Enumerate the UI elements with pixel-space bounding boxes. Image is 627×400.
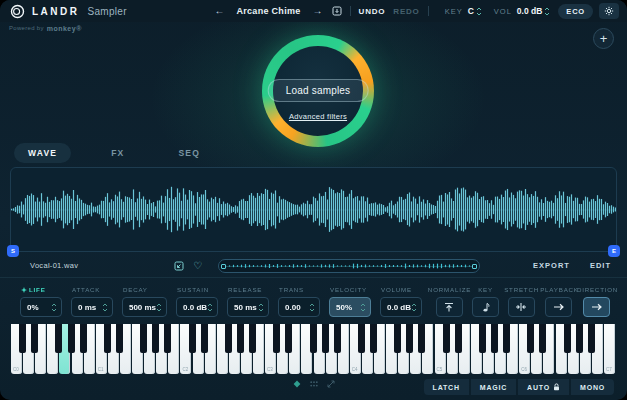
latch-button[interactable]: LATCH	[424, 379, 469, 395]
piano-keyboard[interactable]: C0C1C2C3C4C5C6C7	[11, 324, 616, 374]
param-life: LIFE0%	[20, 285, 62, 317]
toggle-label: DIRECTION	[577, 286, 618, 293]
mini-strip-right-handle[interactable]	[472, 264, 477, 269]
white-key-C7[interactable]: C7	[604, 324, 615, 374]
key-value[interactable]: C	[468, 6, 474, 16]
sample-end-marker[interactable]: E	[608, 245, 620, 257]
param-stepper[interactable]	[102, 303, 108, 312]
black-key-F#3[interactable]	[310, 324, 317, 353]
param-stepper[interactable]	[360, 303, 366, 312]
mini-strip-left-handle[interactable]	[221, 264, 226, 269]
param-attack-input[interactable]: 0 ms	[71, 297, 113, 317]
black-key-G#1[interactable]	[152, 324, 159, 353]
param-velocity-input[interactable]: 50%	[329, 297, 371, 317]
vol-stepper[interactable]	[544, 7, 550, 16]
black-key-D#5[interactable]	[455, 324, 462, 353]
black-key-G#2[interactable]	[237, 324, 244, 353]
diamond-handle-icon[interactable]	[293, 380, 301, 388]
powered-by: Powered by monkey®	[0, 22, 627, 34]
grid-icon[interactable]	[310, 381, 318, 387]
preset-prev-icon[interactable]: ←	[214, 6, 224, 16]
black-key-F#6[interactable]	[564, 324, 571, 353]
export-button[interactable]: EXPORT	[533, 261, 570, 270]
black-key-A#4[interactable]	[418, 324, 425, 353]
preset-name[interactable]: Arcane Chime	[236, 6, 300, 16]
black-key-G#6[interactable]	[576, 324, 583, 353]
collapse-icon[interactable]	[174, 261, 184, 271]
advanced-filters-link[interactable]: Advanced filters	[289, 112, 347, 121]
normalize-button[interactable]	[436, 297, 463, 317]
tab-fx[interactable]: FX	[97, 143, 138, 163]
waveform-panel[interactable]: S E	[10, 167, 617, 252]
black-key-F#1[interactable]	[140, 324, 147, 353]
black-key-D#6[interactable]	[539, 324, 546, 353]
stretch-button[interactable]	[508, 297, 535, 317]
black-key-D#3[interactable]	[285, 324, 292, 353]
black-key-F#4[interactable]	[394, 324, 401, 353]
param-release-input[interactable]: 50 ms	[227, 297, 269, 317]
param-stepper[interactable]	[258, 303, 264, 312]
vol-value[interactable]: 0.0 dB	[517, 6, 543, 16]
black-key-G#4[interactable]	[406, 324, 413, 353]
save-preset-icon[interactable]	[332, 6, 342, 16]
param-decay-input[interactable]: 500 ms	[122, 297, 167, 317]
settings-button[interactable]	[599, 3, 619, 19]
key-button[interactable]	[472, 297, 499, 317]
black-key-G#3[interactable]	[322, 324, 329, 353]
black-key-F#2[interactable]	[225, 324, 232, 353]
param-stepper[interactable]	[156, 303, 162, 312]
playback-button[interactable]	[545, 297, 572, 317]
preset-next-icon[interactable]: →	[313, 6, 323, 16]
mini-waveform-strip[interactable]	[218, 259, 480, 273]
tab-wave[interactable]: WAVE	[14, 143, 71, 163]
black-key-A#5[interactable]	[503, 324, 510, 353]
param-stepper[interactable]	[51, 303, 57, 312]
black-key-C#0[interactable]	[19, 324, 26, 353]
param-trans-input[interactable]: 0.00	[278, 297, 320, 317]
undo-button[interactable]: UNDO	[359, 7, 386, 16]
param-volume-input[interactable]: 0.0 dB	[380, 297, 422, 317]
magic-button[interactable]: MAGIC	[471, 379, 516, 395]
black-key-A#1[interactable]	[164, 324, 171, 353]
black-key-C#5[interactable]	[443, 324, 450, 353]
black-key-C#6[interactable]	[527, 324, 534, 353]
param-stepper[interactable]	[411, 303, 417, 312]
black-key-G#0[interactable]	[68, 324, 75, 353]
black-key-A#3[interactable]	[334, 324, 341, 353]
param-life-input[interactable]: 0%	[20, 297, 62, 317]
black-key-A#0[interactable]	[80, 324, 87, 353]
black-key-C#3[interactable]	[273, 324, 280, 353]
param-stepper[interactable]	[309, 303, 315, 312]
black-key-F#5[interactable]	[479, 324, 486, 353]
eco-button[interactable]: ECO	[558, 4, 593, 19]
auto-button[interactable]: AUTO	[518, 379, 569, 395]
key-stepper[interactable]	[476, 7, 482, 16]
black-key-C#2[interactable]	[189, 324, 196, 353]
lock-icon	[553, 383, 560, 391]
black-key-A#2[interactable]	[249, 324, 256, 353]
black-key-D#4[interactable]	[370, 324, 377, 353]
direction-button[interactable]	[583, 297, 610, 317]
waveform-display[interactable]	[11, 168, 616, 251]
black-key-A#6[interactable]	[588, 324, 595, 353]
black-key-D#2[interactable]	[201, 324, 208, 353]
toggle-label: PLAYBACK	[540, 286, 579, 293]
favorite-heart-icon[interactable]: ♡	[193, 261, 202, 271]
load-samples-button[interactable]: Load samples	[268, 79, 369, 102]
black-key-G#5[interactable]	[491, 324, 498, 353]
black-key-C#4[interactable]	[358, 324, 365, 353]
black-key-D#0[interactable]	[31, 324, 38, 353]
tab-seq[interactable]: SEQ	[164, 143, 214, 163]
expand-icon[interactable]	[327, 380, 335, 388]
edit-button[interactable]: EDIT	[590, 261, 611, 270]
mono-button[interactable]: MONO	[571, 379, 614, 395]
redo-button[interactable]: REDO	[393, 7, 419, 16]
footer-bar: LATCHMAGICAUTOMONO	[0, 374, 627, 400]
powered-by-name: monkey®	[47, 25, 82, 32]
black-key-D#1[interactable]	[116, 324, 123, 353]
param-sustain-input[interactable]: 0.0 dB	[176, 297, 218, 317]
black-key-F#0[interactable]	[55, 324, 62, 353]
param-stepper[interactable]	[207, 303, 213, 312]
sample-start-marker[interactable]: S	[7, 245, 19, 257]
black-key-C#1[interactable]	[104, 324, 111, 353]
